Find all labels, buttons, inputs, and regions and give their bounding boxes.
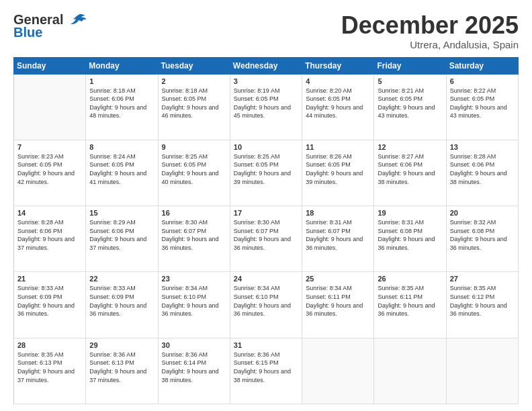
day-number: 8: [89, 143, 154, 151]
cell-info: Sunrise: 8:31 AM Sunset: 6:07 PM Dayligh…: [306, 218, 370, 252]
calendar-header-row: Sunday Monday Tuesday Wednesday Thursday…: [14, 57, 519, 74]
cell-info: Sunrise: 8:25 AM Sunset: 6:05 PM Dayligh…: [234, 152, 298, 186]
calendar-cell: 16Sunrise: 8:30 AM Sunset: 6:07 PM Dayli…: [158, 206, 230, 272]
calendar-cell: 23Sunrise: 8:34 AM Sunset: 6:10 PM Dayli…: [158, 272, 230, 338]
calendar-cell: [302, 338, 374, 404]
calendar-cell: 12Sunrise: 8:27 AM Sunset: 6:06 PM Dayli…: [374, 140, 446, 205]
day-number: 28: [17, 341, 82, 349]
cell-info: Sunrise: 8:21 AM Sunset: 6:05 PM Dayligh…: [378, 87, 442, 120]
calendar-cell: 10Sunrise: 8:25 AM Sunset: 6:05 PM Dayli…: [230, 140, 302, 205]
cell-info: Sunrise: 8:28 AM Sunset: 6:06 PM Dayligh…: [17, 218, 82, 252]
day-number: 11: [306, 143, 370, 151]
day-number: 18: [306, 209, 370, 217]
calendar-cell: 29Sunrise: 8:36 AM Sunset: 6:13 PM Dayli…: [86, 338, 158, 404]
header: General Blue December 2025 Utrera, Andal…: [13, 12, 519, 50]
cell-info: Sunrise: 8:34 AM Sunset: 6:10 PM Dayligh…: [162, 284, 226, 318]
cell-info: Sunrise: 8:34 AM Sunset: 6:11 PM Dayligh…: [306, 284, 370, 318]
day-number: 31: [234, 341, 298, 349]
calendar-cell: 28Sunrise: 8:35 AM Sunset: 6:13 PM Dayli…: [14, 338, 86, 404]
cell-info: Sunrise: 8:35 AM Sunset: 6:11 PM Dayligh…: [378, 284, 442, 318]
location-subtitle: Utrera, Andalusia, Spain: [341, 39, 519, 50]
day-number: 27: [450, 275, 515, 283]
calendar-cell: 4Sunrise: 8:20 AM Sunset: 6:05 PM Daylig…: [302, 74, 374, 140]
day-number: 1: [89, 77, 154, 85]
day-number: 6: [450, 77, 515, 85]
cell-info: Sunrise: 8:18 AM Sunset: 6:05 PM Dayligh…: [162, 87, 226, 120]
day-number: 20: [450, 209, 515, 217]
calendar-week-row: 1Sunrise: 8:18 AM Sunset: 6:06 PM Daylig…: [14, 74, 519, 140]
col-monday: Monday: [86, 57, 158, 74]
logo-text-blue: Blue: [13, 25, 42, 40]
day-number: 13: [450, 143, 515, 151]
day-number: 4: [306, 77, 370, 85]
calendar-cell: 6Sunrise: 8:22 AM Sunset: 6:05 PM Daylig…: [446, 74, 518, 140]
calendar-week-row: 21Sunrise: 8:33 AM Sunset: 6:09 PM Dayli…: [14, 272, 519, 338]
day-number: 30: [162, 341, 226, 349]
cell-info: Sunrise: 8:33 AM Sunset: 6:09 PM Dayligh…: [89, 284, 154, 318]
month-title: December 2025: [341, 12, 519, 39]
col-tuesday: Tuesday: [158, 57, 230, 74]
calendar-cell: 24Sunrise: 8:34 AM Sunset: 6:10 PM Dayli…: [230, 272, 302, 338]
day-number: 3: [234, 77, 298, 85]
col-saturday: Saturday: [446, 57, 518, 74]
cell-info: Sunrise: 8:29 AM Sunset: 6:06 PM Dayligh…: [89, 218, 154, 252]
cell-info: Sunrise: 8:33 AM Sunset: 6:09 PM Dayligh…: [17, 284, 82, 318]
day-number: 24: [234, 275, 298, 283]
cell-info: Sunrise: 8:36 AM Sunset: 6:15 PM Dayligh…: [234, 351, 298, 384]
calendar-cell: 31Sunrise: 8:36 AM Sunset: 6:15 PM Dayli…: [230, 338, 302, 404]
col-sunday: Sunday: [14, 57, 86, 74]
calendar-cell: 15Sunrise: 8:29 AM Sunset: 6:06 PM Dayli…: [86, 206, 158, 272]
calendar-cell: 7Sunrise: 8:23 AM Sunset: 6:05 PM Daylig…: [14, 140, 86, 205]
calendar-cell: 26Sunrise: 8:35 AM Sunset: 6:11 PM Dayli…: [374, 272, 446, 338]
calendar-cell: [14, 74, 86, 140]
day-number: 19: [378, 209, 442, 217]
calendar-cell: 9Sunrise: 8:25 AM Sunset: 6:05 PM Daylig…: [158, 140, 230, 205]
calendar-cell: 1Sunrise: 8:18 AM Sunset: 6:06 PM Daylig…: [86, 74, 158, 140]
calendar-week-row: 28Sunrise: 8:35 AM Sunset: 6:13 PM Dayli…: [14, 338, 519, 404]
cell-info: Sunrise: 8:28 AM Sunset: 6:06 PM Dayligh…: [450, 152, 515, 186]
col-wednesday: Wednesday: [230, 57, 302, 74]
calendar-cell: 18Sunrise: 8:31 AM Sunset: 6:07 PM Dayli…: [302, 206, 374, 272]
page: General Blue December 2025 Utrera, Andal…: [0, 0, 532, 411]
cell-info: Sunrise: 8:19 AM Sunset: 6:05 PM Dayligh…: [234, 87, 298, 120]
logo: General Blue: [13, 12, 87, 40]
calendar-cell: 11Sunrise: 8:26 AM Sunset: 6:05 PM Dayli…: [302, 140, 374, 205]
calendar-cell: 3Sunrise: 8:19 AM Sunset: 6:05 PM Daylig…: [230, 74, 302, 140]
day-number: 17: [234, 209, 298, 217]
calendar-cell: [446, 338, 518, 404]
calendar-cell: 20Sunrise: 8:32 AM Sunset: 6:08 PM Dayli…: [446, 206, 518, 272]
calendar-week-row: 7Sunrise: 8:23 AM Sunset: 6:05 PM Daylig…: [14, 140, 519, 205]
cell-info: Sunrise: 8:24 AM Sunset: 6:05 PM Dayligh…: [89, 152, 154, 186]
day-number: 12: [378, 143, 442, 151]
day-number: 5: [378, 77, 442, 85]
day-number: 14: [17, 209, 82, 217]
day-number: 25: [306, 275, 370, 283]
day-number: 23: [162, 275, 226, 283]
cell-info: Sunrise: 8:35 AM Sunset: 6:13 PM Dayligh…: [17, 351, 82, 384]
cell-info: Sunrise: 8:36 AM Sunset: 6:14 PM Dayligh…: [162, 351, 226, 384]
cell-info: Sunrise: 8:26 AM Sunset: 6:05 PM Dayligh…: [306, 152, 370, 186]
calendar-cell: 13Sunrise: 8:28 AM Sunset: 6:06 PM Dayli…: [446, 140, 518, 205]
day-number: 9: [162, 143, 226, 151]
day-number: 15: [89, 209, 154, 217]
calendar-cell: 30Sunrise: 8:36 AM Sunset: 6:14 PM Dayli…: [158, 338, 230, 404]
day-number: 7: [17, 143, 82, 151]
calendar-cell: 27Sunrise: 8:35 AM Sunset: 6:12 PM Dayli…: [446, 272, 518, 338]
calendar-cell: 19Sunrise: 8:31 AM Sunset: 6:08 PM Dayli…: [374, 206, 446, 272]
cell-info: Sunrise: 8:27 AM Sunset: 6:06 PM Dayligh…: [378, 152, 442, 186]
calendar-cell: 5Sunrise: 8:21 AM Sunset: 6:05 PM Daylig…: [374, 74, 446, 140]
day-number: 10: [234, 143, 298, 151]
cell-info: Sunrise: 8:34 AM Sunset: 6:10 PM Dayligh…: [234, 284, 298, 318]
day-number: 26: [378, 275, 442, 283]
cell-info: Sunrise: 8:25 AM Sunset: 6:05 PM Dayligh…: [162, 152, 226, 186]
day-number: 2: [162, 77, 226, 85]
calendar-cell: [374, 338, 446, 404]
calendar-cell: 21Sunrise: 8:33 AM Sunset: 6:09 PM Dayli…: [14, 272, 86, 338]
day-number: 22: [89, 275, 154, 283]
calendar-table: Sunday Monday Tuesday Wednesday Thursday…: [13, 57, 519, 404]
calendar-week-row: 14Sunrise: 8:28 AM Sunset: 6:06 PM Dayli…: [14, 206, 519, 272]
title-block: December 2025 Utrera, Andalusia, Spain: [341, 12, 519, 50]
cell-info: Sunrise: 8:23 AM Sunset: 6:05 PM Dayligh…: [17, 152, 82, 186]
cell-info: Sunrise: 8:35 AM Sunset: 6:12 PM Dayligh…: [450, 284, 515, 318]
cell-info: Sunrise: 8:22 AM Sunset: 6:05 PM Dayligh…: [450, 87, 515, 120]
